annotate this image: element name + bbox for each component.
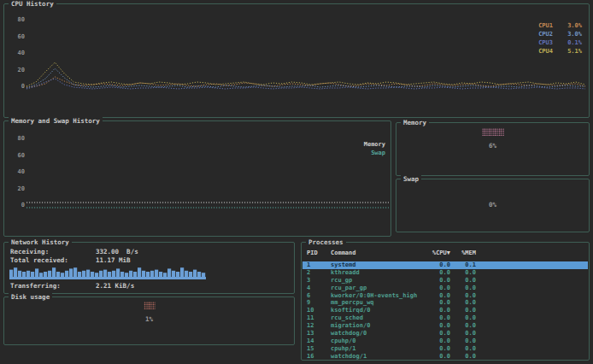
y-axis-tick: 40 — [18, 168, 25, 175]
process-command: watchdog/0 — [331, 330, 420, 338]
memory-swap-history-panel: Memory and Swap History 806040200 Memory… — [3, 120, 391, 237]
process-command: systemd — [331, 261, 420, 269]
y-axis-tick: 0 — [21, 83, 25, 90]
process-cpu-percent: 0.0 — [420, 269, 450, 277]
process-cpu-percent: 0.0 — [420, 261, 450, 269]
process-cpu-percent: 0.0 — [420, 292, 450, 300]
process-command: rcu_par_gp — [331, 285, 420, 292]
processes-panel: Processes PID Command %CPU▼ %MEM 1 syste… — [301, 242, 590, 361]
process-command: cpuhp/1 — [331, 345, 420, 353]
process-row[interactable]: 12 migration/0 0.0 0.0 — [302, 322, 588, 330]
process-row[interactable]: 3 rcu_gp 0.0 0.0 — [302, 277, 588, 285]
process-row[interactable]: 11 rcu_sched 0.0 0.0 — [302, 314, 588, 322]
column-header-mem[interactable]: %MEM — [450, 250, 476, 257]
process-mem-percent: 0.0 — [450, 292, 476, 300]
process-mem-percent: 0.0 — [450, 307, 476, 314]
y-axis-tick: 20 — [18, 185, 25, 192]
memory-swap-history-title: Memory and Swap History — [9, 116, 103, 126]
network-receiving-line: Receiving: 332.00 B/s — [10, 248, 291, 256]
memory-swap-legend-item: Swap — [364, 149, 385, 157]
process-row[interactable]: 1 systemd 0.0 0.1 — [302, 261, 588, 269]
process-pid: 3 — [307, 277, 331, 285]
process-pid: 15 — [307, 345, 331, 353]
process-command: mm_percpu_wq — [331, 299, 420, 307]
process-cpu-percent: 0.0 — [420, 314, 450, 322]
process-mem-percent: 0.0 — [450, 330, 476, 338]
process-row[interactable]: 4 rcu_par_gp 0.0 0.0 — [302, 285, 588, 292]
process-mem-percent: 0.0 — [450, 353, 476, 361]
transferring-label: Transferring: — [10, 282, 96, 291]
y-axis-tick: 80 — [18, 135, 25, 142]
process-row[interactable]: 9 mm_percpu_wq 0.0 0.0 — [302, 299, 588, 307]
process-mem-percent: 0.0 — [450, 345, 476, 353]
column-header-cpu-sorted[interactable]: %CPU▼ — [420, 250, 450, 257]
y-axis-tick: 60 — [18, 33, 25, 40]
memory-gauge-panel: Memory 6% — [396, 122, 590, 176]
process-row[interactable]: 14 cpuhp/0 0.0 0.0 — [302, 338, 588, 345]
memory-gauge-title: Memory — [401, 118, 429, 127]
swap-gauge-title: Swap — [401, 174, 421, 184]
memory-swap-legend: MemorySwap — [364, 140, 385, 157]
network-transfer-line: Transferring: 2.21 KiB/s — [10, 282, 291, 291]
cpu-history-title: CPU History — [9, 0, 56, 9]
process-mem-percent: 0.0 — [450, 338, 476, 345]
process-pid: 1 — [307, 261, 331, 269]
process-mem-percent: 0.0 — [450, 269, 476, 277]
memory-swap-history-chart — [26, 133, 389, 212]
process-pid: 6 — [307, 292, 331, 300]
processes-table: 1 systemd 0.0 0.1 2 kthreadd 0.0 0.0 3 r… — [302, 261, 588, 361]
column-header-pid[interactable]: PID — [307, 250, 331, 257]
cpu-legend: CPU13.0%CPU23.0%CPU30.1%CPU45.1% — [538, 21, 582, 56]
process-pid: 2 — [307, 269, 331, 277]
y-axis-tick: 40 — [18, 50, 25, 56]
process-pid: 10 — [307, 307, 331, 314]
process-row[interactable]: 10 ksoftirqd/0 0.0 0.0 — [302, 307, 588, 314]
system-monitor-screen: CPU History 806040200 CPU13.0%CPU23.0%CP… — [0, 0, 593, 364]
processes-title: Processes — [306, 238, 346, 247]
column-header-command[interactable]: Command — [331, 250, 420, 257]
process-cpu-percent: 0.0 — [420, 330, 450, 338]
process-row[interactable]: 13 watchdog/0 0.0 0.0 — [302, 330, 588, 338]
process-pid: 13 — [307, 330, 331, 338]
y-axis-tick: 0 — [21, 202, 25, 208]
process-mem-percent: 0.1 — [450, 261, 476, 269]
total-received-value: 11.17 MiB — [96, 256, 131, 265]
process-pid: 16 — [307, 353, 331, 361]
network-history-chart — [9, 266, 206, 279]
cpu-legend-item: CPU23.0% — [538, 30, 582, 38]
process-command: rcu_sched — [331, 314, 420, 322]
process-cpu-percent: 0.0 — [420, 345, 450, 353]
cpu-legend-item: CPU45.1% — [538, 47, 582, 56]
process-pid: 12 — [307, 322, 331, 330]
process-row[interactable]: 15 cpuhp/1 0.0 0.0 — [302, 345, 588, 353]
process-pid: 11 — [307, 314, 331, 322]
disk-usage-dots-icon — [144, 302, 155, 309]
transferring-value: 2.21 KiB/s — [96, 282, 134, 291]
process-command: watchdog/1 — [331, 353, 420, 361]
disk-usage-panel: Disk usage 1% — [3, 296, 295, 345]
cpu-y-axis: 806040200 — [11, 16, 25, 95]
process-command: kworker/0:0H-events_high — [331, 292, 420, 300]
y-axis-tick: 20 — [18, 67, 25, 73]
memory-usage-dots-icon — [482, 128, 504, 136]
receiving-label: Receiving: — [10, 248, 96, 256]
process-cpu-percent: 0.0 — [420, 353, 450, 361]
y-axis-tick: 60 — [18, 152, 25, 159]
process-mem-percent: 0.0 — [450, 299, 476, 307]
cpu-history-panel: CPU History 806040200 CPU13.0%CPU23.0%CP… — [3, 3, 590, 118]
process-row[interactable]: 6 kworker/0:0H-events_high 0.0 0.0 — [302, 292, 588, 300]
process-row[interactable]: 2 kthreadd 0.0 0.0 — [302, 269, 588, 277]
disk-usage-percent: 1% — [4, 315, 294, 323]
disk-usage-title: Disk usage — [9, 292, 52, 302]
swap-gauge-panel: Swap 0% — [396, 179, 590, 232]
process-command: kthreadd — [331, 269, 420, 277]
cpu-history-chart — [26, 15, 585, 93]
process-command: cpuhp/0 — [331, 338, 420, 345]
cpu-legend-item: CPU13.0% — [538, 21, 582, 30]
memory-swap-legend-item: Memory — [364, 140, 385, 149]
process-pid: 14 — [307, 338, 331, 345]
network-history-panel: Network History Receiving: 332.00 B/s To… — [3, 242, 295, 294]
process-row[interactable]: 16 watchdog/1 0.0 0.0 — [302, 353, 588, 361]
process-mem-percent: 0.0 — [450, 285, 476, 292]
y-axis-tick: 80 — [18, 16, 25, 23]
